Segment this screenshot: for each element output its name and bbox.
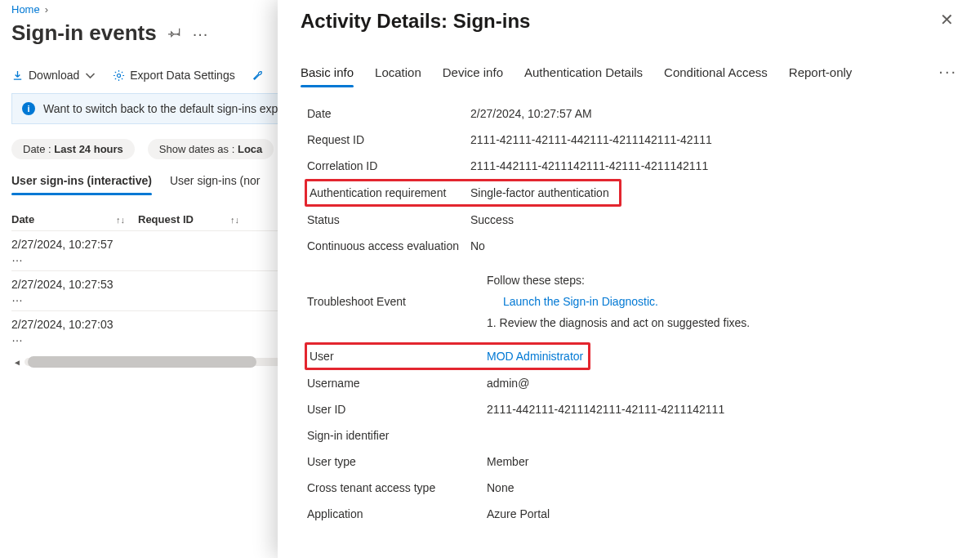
chevron-right-icon: › (45, 3, 48, 16)
col-header-date[interactable]: Date ↑↓ (11, 213, 130, 225)
label-user: User (310, 350, 487, 363)
row-username: Username admin@ (307, 370, 957, 396)
panel-title: Activity Details: Sign-ins (301, 10, 530, 33)
tab-location[interactable]: Location (375, 62, 421, 87)
col-header-requestid[interactable]: Request ID ↑↓ (138, 213, 244, 225)
troubleshoot-toolbar-button[interactable] (252, 69, 264, 82)
value-user: MOD Administrator (487, 350, 588, 363)
row-user-type: User type Member (307, 449, 957, 475)
download-button[interactable]: Download (11, 69, 96, 82)
label-troubleshoot: Troubleshoot Event (307, 295, 470, 308)
row-correlation-id: Correlation ID 2111-442111-4211142111-42… (307, 153, 957, 179)
row-auth-requirement: Authentication requirement Single-factor… (310, 183, 619, 203)
value-request-id: 2111-42111-42111-442111-4211142111-42111 (470, 133, 957, 146)
export-settings-label: Export Data Settings (130, 69, 234, 82)
tab-device-info[interactable]: Device info (443, 62, 503, 87)
filter-show-value: Loca (238, 143, 262, 155)
cell-date: 2/27/2024, 10:27:57 … (11, 238, 130, 264)
tab-report-only[interactable]: Report-only (789, 62, 853, 87)
label-auth-requirement: Authentication requirement (310, 186, 470, 199)
label-username: Username (307, 377, 487, 390)
tab-basic-info[interactable]: Basic info (301, 62, 354, 87)
filter-date-prefix: Date : (23, 143, 54, 155)
gear-icon (113, 69, 125, 82)
troubleshoot-review: 1. Review the diagnosis and act on sugge… (487, 316, 957, 329)
tab-conditional-access[interactable]: Conditional Access (664, 62, 768, 87)
label-correlation-id: Correlation ID (307, 159, 470, 172)
label-application: Application (307, 507, 487, 520)
export-settings-button[interactable]: Export Data Settings (113, 69, 234, 82)
highlight-auth-requirement: Authentication requirement Single-factor… (305, 179, 621, 207)
row-cae: Continuous access evaluation No (307, 233, 957, 259)
row-troubleshoot: Troubleshoot Event Follow these steps: L… (307, 274, 957, 329)
sort-icon: ↑↓ (116, 215, 125, 225)
row-user-id: User ID 2111-442111-4211142111-42111-421… (307, 396, 957, 422)
value-date: 2/27/2024, 10:27:57 AM (470, 107, 957, 120)
row-signin-identifier: Sign-in identifier (307, 422, 957, 449)
value-correlation-id: 2111-442111-4211142111-42111-4211142111 (470, 159, 957, 172)
scroll-thumb[interactable] (28, 356, 256, 368)
cell-date: 2/27/2024, 10:27:53 … (11, 278, 130, 304)
row-application: Application Azure Portal (307, 501, 957, 527)
chevron-down-icon (84, 69, 96, 82)
highlight-user: User MOD Administrator (305, 342, 590, 370)
download-icon (11, 69, 24, 82)
panel-header: Activity Details: Sign-ins ✕ (301, 10, 957, 33)
wrench-icon (252, 69, 264, 82)
label-user-type: User type (307, 455, 487, 468)
download-label: Download (29, 69, 79, 82)
panel-tabs: Basic info Location Device info Authenti… (301, 62, 957, 87)
tab-authentication-details[interactable]: Authentication Details (524, 62, 643, 87)
info-icon: i (22, 102, 35, 115)
page-title: Sign-in events (11, 20, 157, 46)
sort-icon: ↑↓ (230, 215, 239, 225)
value-cae: No (470, 239, 957, 252)
tab-interactive[interactable]: User sign-ins (interactive) (11, 169, 152, 194)
row-date: Date 2/27/2024, 10:27:57 AM (307, 100, 957, 127)
svg-point-0 (118, 74, 121, 77)
more-icon[interactable]: ··· (193, 29, 209, 38)
user-link[interactable]: MOD Administrator (487, 350, 583, 363)
scroll-left-icon[interactable]: ◄ (11, 355, 23, 368)
launch-diagnostic-link[interactable]: Launch the Sign-in Diagnostic. (487, 295, 957, 308)
tab-noninteractive[interactable]: User sign-ins (nor (170, 169, 260, 194)
row-cross-tenant: Cross tenant access type None (307, 475, 957, 501)
info-bar-text: Want to switch back to the default sign-… (43, 102, 291, 115)
filter-date-pill[interactable]: Date : Last 24 hours (11, 139, 135, 159)
more-icon[interactable]: ··· (938, 62, 957, 87)
label-date: Date (307, 107, 470, 120)
filter-showdates-pill[interactable]: Show dates as : Loca (148, 139, 274, 159)
value-status: Success (470, 213, 957, 226)
row-status: Status Success (307, 207, 957, 233)
value-application: Azure Portal (487, 507, 957, 520)
value-cross-tenant: None (487, 481, 957, 494)
row-user: User MOD Administrator (310, 346, 588, 366)
pin-icon[interactable] (168, 25, 181, 41)
activity-details-panel: Activity Details: Sign-ins ✕ Basic info … (278, 0, 980, 558)
value-user-type: Member (487, 455, 957, 468)
label-request-id: Request ID (307, 133, 470, 146)
value-auth-requirement: Single-factor authentication (470, 186, 619, 199)
label-signin-identifier: Sign-in identifier (307, 429, 487, 442)
filter-date-value: Last 24 hours (54, 143, 123, 155)
label-status: Status (307, 213, 470, 226)
value-user-id: 2111-442111-4211142111-42111-4211142111 (487, 403, 957, 416)
value-signin-identifier (487, 429, 957, 442)
label-cross-tenant: Cross tenant access type (307, 481, 487, 494)
row-request-id: Request ID 2111-42111-42111-442111-42111… (307, 127, 957, 153)
col-header-requestid-label: Request ID (138, 213, 194, 225)
label-user-id: User ID (307, 403, 487, 416)
breadcrumb-home[interactable]: Home (11, 3, 40, 16)
label-cae: Continuous access evaluation (307, 239, 470, 252)
close-icon[interactable]: ✕ (937, 10, 957, 29)
troubleshoot-follow: Follow these steps: (487, 274, 957, 287)
value-username: admin@ (487, 377, 957, 390)
filter-show-prefix: Show dates as : (159, 143, 238, 155)
cell-date: 2/27/2024, 10:27:03 … (11, 318, 130, 344)
col-header-date-label: Date (11, 213, 34, 225)
troubleshoot-steps: Follow these steps: Launch the Sign-in D… (470, 274, 957, 329)
